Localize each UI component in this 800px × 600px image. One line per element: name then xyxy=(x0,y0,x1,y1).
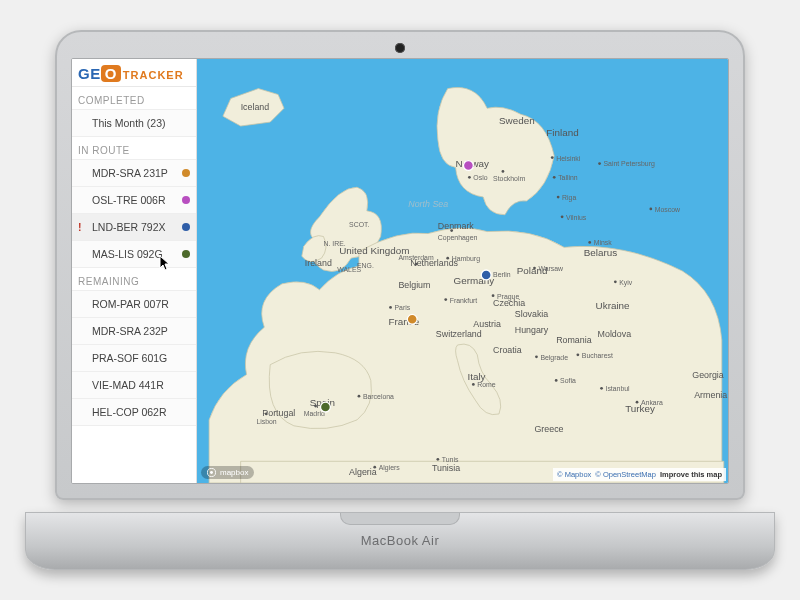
svg-text:Riga: Riga xyxy=(562,194,576,202)
svg-point-49 xyxy=(649,207,652,210)
in-route-item[interactable]: MAS-LIS 092G xyxy=(72,240,196,268)
land-scandinavia xyxy=(437,87,554,214)
svg-text:Copenhagen: Copenhagen xyxy=(438,234,478,242)
in-route-item[interactable]: OSL-TRE 006R xyxy=(72,186,196,214)
svg-text:Tunis: Tunis xyxy=(442,456,459,463)
remaining-item[interactable]: ROM-PAR 007R xyxy=(72,290,196,318)
attribution-osm-link[interactable]: © OpenStreetMap xyxy=(595,470,656,479)
map-viewport[interactable]: North Sea Iceland Norway Sweden Finland … xyxy=(197,59,728,483)
remaining-item[interactable]: VIE-MAD 441R xyxy=(72,371,196,399)
svg-text:Minsk: Minsk xyxy=(594,239,613,246)
route-code: OSL-TRE 006R xyxy=(92,194,166,206)
svg-text:Tallinn: Tallinn xyxy=(558,174,578,181)
in-route-item[interactable]: !LND-BER 792X xyxy=(72,213,196,241)
route-code: VIE-MAD 441R xyxy=(92,379,164,391)
attribution-improve-link[interactable]: Improve this map xyxy=(660,470,722,479)
svg-point-37 xyxy=(502,170,505,173)
svg-point-71 xyxy=(265,413,268,416)
svg-text:Oslo: Oslo xyxy=(473,174,487,181)
logo-letter-o: O xyxy=(101,65,121,82)
svg-text:Frankfurt: Frankfurt xyxy=(450,297,478,304)
map-route-marker[interactable] xyxy=(481,270,491,280)
svg-text:Sofia: Sofia xyxy=(560,377,576,384)
geotracker-app: GEOTRACKER COMPLETED This Month (23) IN … xyxy=(72,59,728,483)
route-color-dot xyxy=(182,169,190,177)
svg-point-91 xyxy=(636,401,639,404)
laptop-base: MacBook Air xyxy=(25,512,775,570)
svg-text:Denmark: Denmark xyxy=(438,221,475,231)
map-route-marker[interactable] xyxy=(407,314,417,324)
completed-summary-item[interactable]: This Month (23) xyxy=(72,109,196,137)
remaining-item[interactable]: PRA-SOF 601G xyxy=(72,344,196,372)
screen: GEOTRACKER COMPLETED This Month (23) IN … xyxy=(71,58,729,484)
screen-bezel: GEOTRACKER COMPLETED This Month (23) IN … xyxy=(55,30,745,500)
svg-text:Switzerland: Switzerland xyxy=(436,329,482,339)
logo-word-tracker: TRACKER xyxy=(123,69,184,81)
svg-text:Berlin: Berlin xyxy=(493,271,511,278)
svg-text:Amsterdam: Amsterdam xyxy=(398,254,433,261)
logo-letter-g: G xyxy=(78,65,90,82)
route-code: MAS-LIS 092G xyxy=(92,248,163,260)
svg-point-53 xyxy=(446,257,449,260)
svg-text:Algiers: Algiers xyxy=(379,464,401,472)
svg-text:Helsinki: Helsinki xyxy=(556,155,581,162)
route-code: LND-BER 792X xyxy=(92,221,166,233)
svg-text:Vilnius: Vilnius xyxy=(566,214,587,221)
svg-text:ENG.: ENG. xyxy=(357,262,374,269)
laptop-notch xyxy=(340,513,460,525)
svg-point-94 xyxy=(210,471,213,474)
route-code: MDR-SRA 232P xyxy=(92,325,168,337)
mapbox-badge: mapbox xyxy=(201,466,254,479)
svg-text:Croatia: Croatia xyxy=(493,345,522,355)
completed-summary-text: This Month (23) xyxy=(92,117,166,129)
svg-text:Portugal: Portugal xyxy=(262,408,295,418)
mapbox-logo-icon xyxy=(207,468,216,477)
svg-point-85 xyxy=(576,353,579,356)
map-route-marker[interactable] xyxy=(321,402,331,412)
remaining-item[interactable]: HEL-COP 062R xyxy=(72,398,196,426)
svg-text:Algeria: Algeria xyxy=(349,467,377,477)
svg-text:Rome: Rome xyxy=(477,381,496,388)
svg-point-61 xyxy=(533,267,536,270)
svg-text:Moldova: Moldova xyxy=(598,329,632,339)
svg-text:Kyiv: Kyiv xyxy=(619,279,633,287)
svg-point-45 xyxy=(561,215,564,218)
svg-text:Warsaw: Warsaw xyxy=(538,265,563,272)
svg-point-59 xyxy=(492,294,495,297)
svg-text:Sweden: Sweden xyxy=(499,115,535,126)
svg-text:Belgrade: Belgrade xyxy=(540,354,568,362)
svg-text:SCOT.: SCOT. xyxy=(349,221,369,228)
svg-text:Iceland: Iceland xyxy=(241,102,270,112)
mapbox-badge-text: mapbox xyxy=(220,468,248,477)
route-color-dot xyxy=(182,196,190,204)
svg-point-39 xyxy=(551,156,554,159)
svg-text:Ukraine: Ukraine xyxy=(596,300,630,311)
svg-text:Lisbon: Lisbon xyxy=(256,418,276,425)
svg-text:Belarus: Belarus xyxy=(584,247,617,258)
in-route-item[interactable]: MDR-SRA 231P xyxy=(72,159,196,187)
attribution-mapbox-link[interactable]: © Mapbox xyxy=(557,470,591,479)
svg-text:Ireland: Ireland xyxy=(305,258,332,268)
svg-point-47 xyxy=(598,162,601,165)
svg-text:Hamburg: Hamburg xyxy=(452,255,481,263)
section-remaining-label: REMAINING xyxy=(72,268,196,291)
svg-point-79 xyxy=(436,458,439,461)
section-completed-label: COMPLETED xyxy=(72,87,196,110)
svg-text:Austria: Austria xyxy=(473,319,501,329)
section-in-route-label: IN ROUTE xyxy=(72,137,196,160)
svg-text:Stockholm: Stockholm xyxy=(493,175,525,182)
svg-text:Belgium: Belgium xyxy=(398,280,430,290)
svg-text:Ankara: Ankara xyxy=(641,399,663,406)
route-color-dot xyxy=(182,250,190,258)
svg-text:Georgia: Georgia xyxy=(692,370,724,380)
svg-point-77 xyxy=(373,466,376,469)
laptop-mockup: GEOTRACKER COMPLETED This Month (23) IN … xyxy=(25,30,775,570)
north-sea-label: North Sea xyxy=(408,199,448,209)
svg-text:Barcelona: Barcelona xyxy=(363,393,394,400)
map-route-marker[interactable] xyxy=(463,161,473,171)
remaining-item[interactable]: MDR-SRA 232P xyxy=(72,317,196,345)
map-svg: North Sea Iceland Norway Sweden Finland … xyxy=(197,59,728,483)
camera-dot xyxy=(395,43,405,53)
svg-text:Bucharest: Bucharest xyxy=(582,352,613,359)
svg-point-87 xyxy=(555,379,558,382)
